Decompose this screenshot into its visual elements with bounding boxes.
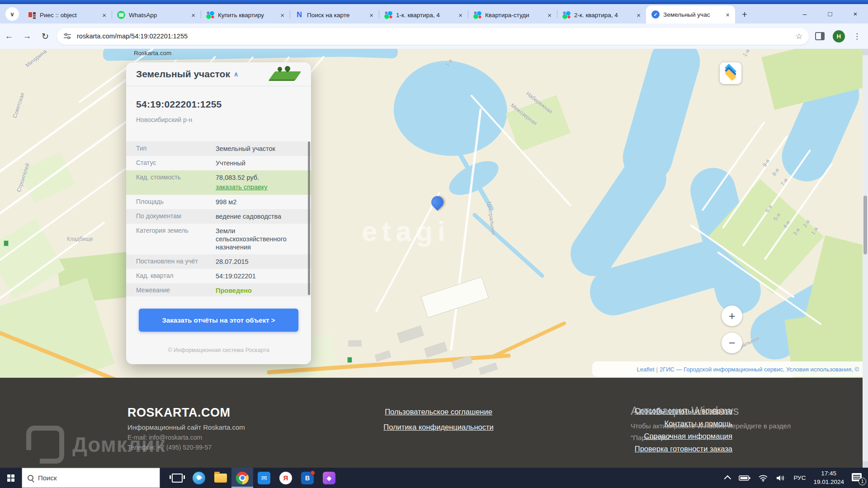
browser-tab[interactable]: 2-к. квартира, 4× [557,6,646,23]
task-view-button[interactable] [166,468,188,488]
tab-search-button[interactable]: ∨ [5,7,19,21]
panel-scrollbar[interactable] [308,141,310,295]
tab-close-icon[interactable]: × [546,11,553,19]
system-tray: РУС 17:45 19.01.2024 1 [726,468,868,488]
reload-button[interactable]: ↻ [36,31,54,42]
map-road [0,108,144,227]
row-value: Проведено [216,286,305,295]
scrollbar-up-button[interactable] [863,49,868,55]
tab-close-icon[interactable]: × [635,11,642,19]
tab-title: 1-к. квартира, 4 [396,12,453,19]
address-bar[interactable]: roskarta.com/map/54:19:022201:1255 ☆ [57,28,809,45]
battery-icon[interactable] [739,475,750,481]
language-indicator[interactable]: РУС [793,474,806,481]
notification-center-button[interactable]: 1 [852,473,863,483]
tab-close-icon[interactable]: × [278,11,286,19]
speaker-icon[interactable] [776,474,786,482]
start-button[interactable] [0,468,22,488]
tab-strip: ∨ Риес :: object×☎WhatsApp×Купить кварти… [0,4,868,23]
map-site-note: Roskarta.com [134,50,171,56]
parcel-row: Кад. стоимость78,083.52 руб.заказать спр… [126,170,311,194]
profile-avatar[interactable]: H [833,30,845,42]
taskbar-app-mail[interactable]: ✉ [253,468,275,488]
tab-close-icon[interactable]: × [457,11,464,19]
clock[interactable]: 17:45 19.01.2024 [813,469,844,486]
leaflet-link[interactable]: Leaflet [637,366,655,373]
browser-tab[interactable]: Квартира-студи× [468,6,557,23]
row-value: 998 м2 [216,198,305,206]
browser-tab[interactable]: ☎WhatsApp× [112,6,201,23]
taskbar-search-input[interactable]: Поиск [22,468,160,488]
clock-date: 19.01.2024 [813,478,844,486]
footer-link[interactable]: Способы оплаты и возврата [635,407,732,415]
tab-close-icon[interactable]: × [189,11,197,19]
taskbar-apps: ✉ Я В ◆ [166,468,340,488]
browser-tab[interactable]: Риес :: object× [23,6,112,23]
footer-link[interactable]: Политика конфиденциальности [348,423,529,432]
minimize-button[interactable]: – [792,10,817,18]
forward-button[interactable]: → [18,31,36,41]
footer-link[interactable]: Пользовательское соглашение [348,408,529,416]
back-button[interactable]: ← [0,31,18,41]
tab-title: Земельный учас [663,11,720,18]
zoom-in-button[interactable]: + [722,305,742,326]
order-certificate-link[interactable]: заказать справку [216,183,305,191]
water-drop-icon [193,472,205,484]
taskbar-app-chrome[interactable] [231,468,253,488]
footer-link[interactable]: Контакты и помощь [635,419,732,428]
map-layers-button[interactable] [720,62,741,84]
taskbar-app-yandex[interactable]: Я [275,468,297,488]
new-tab-button[interactable]: + [738,8,751,21]
row-value: Земельный участок [216,145,305,153]
parcel-row: ТипЗемельный участок [126,141,311,156]
parcel-row: Постановлен на учёт28.07.2015 [126,254,311,269]
mail-envelope-icon: ✉ [258,472,270,484]
footer-link[interactable]: Проверка готовности заказа [635,445,732,453]
domclick-logo-icon [26,426,64,464]
map-building [424,342,448,358]
collapse-chevron-icon[interactable]: ∧ [234,70,238,78]
row-value: 54:19:022201 [216,272,305,280]
close-button[interactable]: × [843,10,868,18]
map-poi-icon [4,240,9,246]
row-value: Земли сельскохозяйственного назначения [216,227,305,251]
tab-close-icon[interactable]: × [100,11,108,19]
row-label: Тип [136,145,216,153]
tab-title: WhatsApp [129,12,186,19]
footer-brand-block: ROSKARTA.COM Информационный сайт Roskart… [127,406,245,451]
tabs: Риес :: object×☎WhatsApp×Купить квартиру… [23,4,735,23]
attribution-links[interactable]: 2ГИС — Городской информационный сервис, … [660,366,859,373]
tab-title: 2-к. квартира, 4 [574,12,631,19]
tab-close-icon[interactable]: × [724,11,731,19]
zoom-out-button[interactable]: − [722,333,742,353]
tab-title: Поиск на карте [307,12,364,19]
wifi-icon[interactable] [758,474,768,482]
scrollbar-thumb[interactable] [863,196,867,254]
map-building [397,325,425,343]
street-label: Кладбище [67,236,93,242]
menu-kebab-icon[interactable]: ⋮ [853,32,861,41]
browser-tab[interactable]: 1-к. квартира, 4× [379,6,468,23]
bookmark-star-icon[interactable]: ☆ [796,32,802,41]
street-label: Мичурина [24,49,48,69]
taskbar-app-purple[interactable]: ◆ [318,468,340,488]
maximize-button[interactable]: □ [817,10,843,18]
order-report-button[interactable]: Заказать отчёты на этот объект > [139,309,298,332]
footer-link[interactable]: Справочная информация [635,432,732,441]
browser-tab[interactable]: NПоиск на карте× [290,6,379,23]
browser-tab[interactable]: ✓Земельный учас× [646,5,735,23]
street-label: Советская [11,92,25,118]
map-road-orange [491,321,567,358]
ries-favicon-icon [28,11,36,19]
page-scrollbar[interactable] [863,49,868,468]
tab-close-icon[interactable]: × [368,11,375,19]
whatsapp-favicon-icon: ☎ [117,11,125,19]
side-panel-icon[interactable] [815,32,825,40]
panel-copyright: © Информационная система Роскарта [126,347,311,353]
taskbar-app-drop[interactable] [188,468,210,488]
taskbar-app-messenger[interactable]: В [297,468,318,488]
scrollbar-down-button[interactable] [863,461,868,468]
taskbar-app-explorer[interactable] [210,468,231,488]
browser-tab[interactable]: Купить квартиру× [201,6,290,23]
n1-favicon-icon: N [295,11,303,19]
